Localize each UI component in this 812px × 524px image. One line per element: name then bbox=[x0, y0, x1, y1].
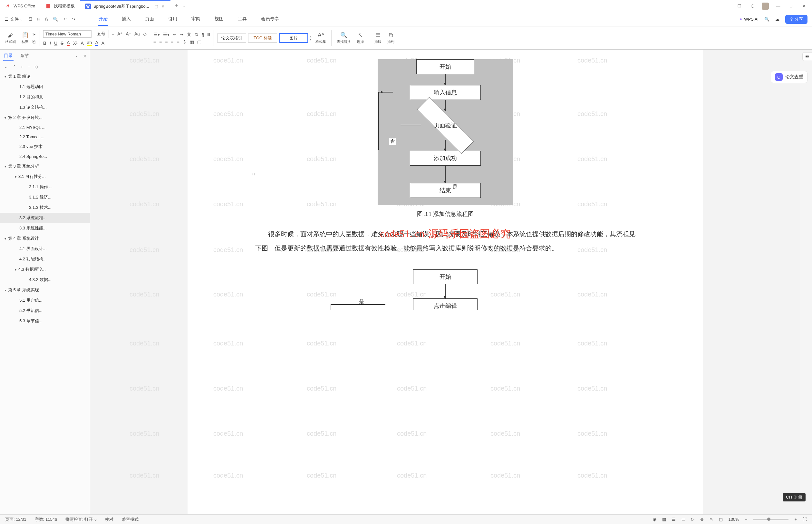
outline-item[interactable]: 3.3 系统性能... bbox=[0, 223, 90, 233]
decrease-indent-icon[interactable]: ⇤ bbox=[173, 32, 177, 37]
remove-icon[interactable]: − bbox=[28, 64, 30, 69]
outline-item[interactable]: 4.3.2 数据... bbox=[0, 275, 90, 285]
outline-item[interactable]: 3.1.2 经济... bbox=[0, 192, 90, 202]
emphasis-icon[interactable]: A bbox=[81, 40, 83, 46]
outline-item[interactable]: 2.3 vue 技术 bbox=[0, 142, 90, 152]
wps-ai-button[interactable]: ✦ WPS AI bbox=[739, 17, 759, 21]
style-item-table[interactable]: 论文表格引 bbox=[217, 33, 246, 43]
close-icon[interactable]: ✕ bbox=[161, 4, 165, 9]
status-words[interactable]: 字数: 11546 bbox=[35, 517, 57, 522]
outline-item[interactable]: 2.1 MYSQL ... bbox=[0, 123, 90, 132]
zoom-in-icon[interactable]: + bbox=[794, 517, 797, 522]
outline-item[interactable]: ▾4.3 数据库设... bbox=[0, 264, 90, 275]
export-icon[interactable]: ⎘ bbox=[37, 17, 40, 21]
writing-mode-icon[interactable]: Ⅲ bbox=[207, 32, 211, 37]
tab-templates[interactable]: 找稻壳模板 bbox=[40, 0, 80, 12]
outline-item[interactable]: 3.1.1 操作 ... bbox=[0, 182, 90, 192]
outline-item[interactable]: ▾第 3 章 系统分析 bbox=[0, 161, 90, 171]
find-replace-button[interactable]: 🔍 查找替换 bbox=[335, 31, 353, 45]
view-print-icon[interactable]: ▦ bbox=[662, 517, 666, 522]
text-direction-icon[interactable]: 文 bbox=[187, 32, 192, 37]
save-icon[interactable]: 🖫 bbox=[28, 17, 32, 21]
tab-member[interactable]: 会员专享 bbox=[260, 13, 280, 26]
change-case-icon[interactable]: Aa bbox=[134, 31, 140, 36]
outline-item[interactable]: ▾第 2 章 开发环境... bbox=[0, 113, 90, 123]
chevron-right-icon[interactable]: › bbox=[76, 53, 77, 59]
undo-icon[interactable]: ↶ bbox=[63, 17, 67, 21]
add-icon[interactable]: + bbox=[21, 64, 23, 69]
zoom-out-icon[interactable]: − bbox=[745, 517, 748, 522]
increase-font-icon[interactable]: A⁺ bbox=[117, 31, 122, 36]
settings-icon[interactable]: ⊙ bbox=[34, 64, 38, 69]
decrease-font-icon[interactable]: A⁻ bbox=[126, 31, 131, 36]
tab-wps-home[interactable]: WPS Office bbox=[0, 0, 40, 12]
outline-item[interactable]: 1.1 选题动因 bbox=[0, 82, 90, 92]
sort-v-button[interactable]: ☰ 排版 bbox=[372, 31, 383, 45]
shading2-icon[interactable]: ▦ bbox=[190, 39, 194, 45]
view-focus-icon[interactable]: ◉ bbox=[653, 517, 656, 522]
tab-menu-dropdown[interactable]: ⌵ bbox=[183, 3, 185, 9]
outline-item[interactable]: 1.2 目的和意... bbox=[0, 92, 90, 102]
number-list-icon[interactable]: ☰▾ bbox=[163, 32, 169, 37]
outline-item[interactable]: ▾第 4 章 系统设计 bbox=[0, 233, 90, 244]
shading-icon[interactable]: A bbox=[101, 40, 104, 46]
border-icon[interactable]: ▢ bbox=[197, 39, 201, 45]
increase-indent-icon[interactable]: ⇥ bbox=[180, 32, 184, 37]
bullet-list-icon[interactable]: ☰▾ bbox=[153, 32, 160, 37]
select-button[interactable]: ↖ 选择 bbox=[355, 31, 366, 45]
expand-down-icon[interactable]: ⌄ bbox=[4, 64, 8, 69]
caret-icon[interactable]: ▾ bbox=[4, 75, 6, 78]
clear-format-icon[interactable]: ◇ bbox=[143, 31, 147, 36]
outline-item[interactable]: 3.1.3 技术... bbox=[0, 202, 90, 213]
font-family-select[interactable]: Times New Roman bbox=[43, 30, 92, 38]
font-size-select[interactable]: 五号 bbox=[95, 30, 109, 38]
collapse-rail-button[interactable]: ☲ bbox=[802, 52, 812, 61]
line-spacing-icon[interactable]: ⇅ bbox=[195, 32, 198, 37]
share-button[interactable]: ⇪ 分享 bbox=[785, 15, 808, 24]
style-set-button[interactable]: Aᴬ 样式集 bbox=[314, 31, 328, 45]
caret-icon[interactable]: ▾ bbox=[15, 175, 16, 179]
redo-icon[interactable]: ↷ bbox=[72, 17, 76, 21]
tab-insert[interactable]: 插入 bbox=[121, 13, 131, 26]
fullscreen-icon[interactable]: ⛶ bbox=[803, 517, 807, 522]
zoom-slider[interactable] bbox=[753, 519, 789, 520]
align-left-icon[interactable]: ≡ bbox=[153, 39, 156, 45]
outline-item[interactable]: 2.4 SpringBo... bbox=[0, 152, 90, 161]
outline-item[interactable]: ▾第 1 章 绪论 bbox=[0, 71, 90, 82]
distribute-icon[interactable]: ≡ bbox=[177, 39, 180, 45]
outline-tab-sections[interactable]: 章节 bbox=[19, 52, 30, 60]
new-tab-button[interactable]: + bbox=[170, 3, 183, 9]
format-painter-button[interactable]: 🖌 格式刷 bbox=[3, 31, 18, 45]
copy-icon[interactable]: ⎘ bbox=[33, 39, 36, 44]
ime-indicator[interactable]: CH ☽ 简 bbox=[783, 493, 806, 502]
close-icon[interactable]: ✕ bbox=[83, 53, 87, 59]
style-scroll[interactable]: ▴▾ bbox=[310, 35, 312, 41]
caret-icon[interactable]: ▾ bbox=[4, 237, 6, 241]
outline-item[interactable]: 4.1 界面设计... bbox=[0, 244, 90, 254]
file-menu[interactable]: ☰ 文件 ⌵ bbox=[4, 16, 22, 22]
chevron-down-icon[interactable]: ⌵ bbox=[112, 32, 114, 36]
caret-icon[interactable]: ▾ bbox=[4, 165, 6, 168]
view-web-icon[interactable]: ☰ bbox=[672, 517, 676, 522]
globe-icon[interactable]: ⊕ bbox=[700, 517, 704, 522]
outline-item[interactable]: ▾第 5 章 系统实现 bbox=[0, 285, 90, 295]
outline-tab-toc[interactable]: 目录 bbox=[3, 52, 14, 61]
line-height-icon[interactable]: ⇕ bbox=[183, 39, 186, 45]
font-color-icon[interactable]: A bbox=[67, 40, 70, 46]
flowchart-1[interactable]: 开始 输入信息 否 页面验证 是 添加成功 bbox=[378, 59, 513, 205]
pencil-icon[interactable]: ✎ bbox=[710, 517, 713, 522]
paragraph-icon[interactable]: ¶ bbox=[202, 32, 204, 37]
search-icon[interactable]: 🔍 bbox=[764, 17, 769, 21]
superscript-icon[interactable]: X² bbox=[73, 40, 77, 46]
collapse-up-icon[interactable]: ⌃ bbox=[13, 64, 16, 69]
tab-home[interactable]: 开始 bbox=[98, 13, 108, 26]
style-item-toc[interactable]: TOC 标题 bbox=[248, 33, 277, 43]
multiwindow-icon[interactable]: ❐ bbox=[736, 3, 743, 10]
align-center-icon[interactable]: ≡ bbox=[159, 39, 162, 45]
tab-page[interactable]: 页面 bbox=[144, 13, 155, 26]
tab-reference[interactable]: 引用 bbox=[168, 13, 178, 26]
outline-item[interactable]: 5.2 书籍信... bbox=[0, 306, 90, 316]
outline-item[interactable]: 3.2 系统流程... bbox=[0, 213, 90, 223]
avatar-icon[interactable] bbox=[762, 3, 769, 10]
outline-list[interactable]: ▾第 1 章 绪论1.1 选题动因1.2 目的和意...1.3 论文结构...▾… bbox=[0, 71, 90, 514]
